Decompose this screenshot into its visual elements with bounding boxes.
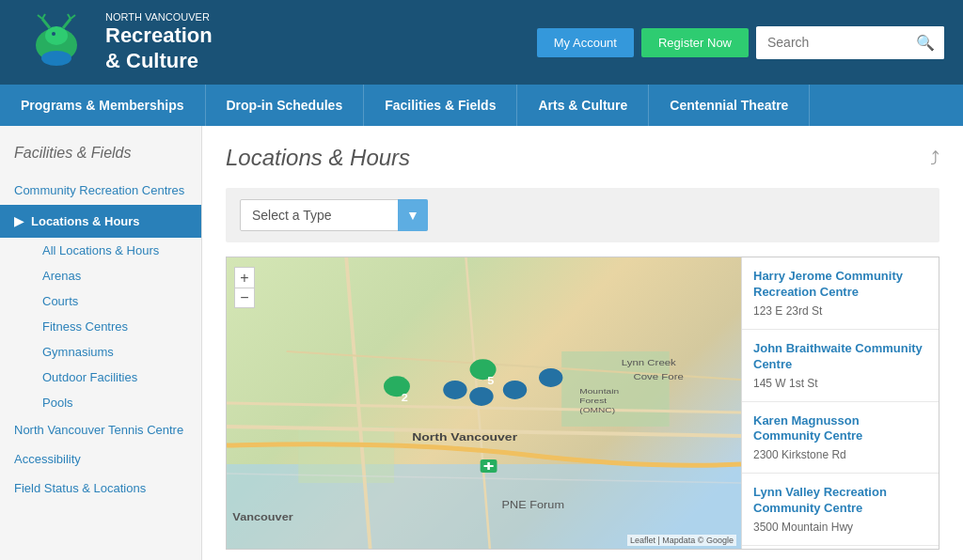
svg-point-2 [45,26,68,45]
logo-text: NORTH VANCOUVER Recreation & Culture [105,11,213,73]
svg-text:5: 5 [487,376,495,385]
location-name: Lynn Valley Recreation Community Centre [753,485,927,517]
map-background: Lynn Creek Mountain Forest (OMNC) Cove F… [227,257,741,549]
search-box: 🔍 [756,26,944,59]
sidebar-item-fitness[interactable]: Fitness Centres [28,314,201,339]
sidebar-item-all-locations[interactable]: All Locations & Hours [28,238,201,263]
svg-text:North Vancouver: North Vancouver [412,431,517,443]
map-attribution: Leaflet | Mapdata © Google [627,535,736,546]
location-address: 123 E 23rd St [753,304,927,318]
header-right: My Account Register Now 🔍 [537,26,944,59]
map-area[interactable]: Lynn Creek Mountain Forest (OMNC) Cove F… [227,257,741,549]
svg-text:(OMNC): (OMNC) [579,406,615,414]
header: NORTH VANCOUVER Recreation & Culture My … [0,0,963,85]
search-button[interactable]: 🔍 [907,26,944,59]
type-filter-select[interactable]: Select a Type Arenas Courts Fitness Cent… [240,199,428,231]
share-icon[interactable]: ⤴ [930,148,939,169]
map-roads: Lynn Creek Mountain Forest (OMNC) Cove F… [227,257,741,549]
svg-text:Vancouver: Vancouver [232,512,293,521]
list-item[interactable]: Harry Jerome Community Recreation Centre… [742,257,939,330]
search-input[interactable] [756,27,907,57]
content: Facilities & Fields Community Recreation… [0,126,963,560]
list-item[interactable]: Lynn Valley Recreation Community Centre … [742,474,939,546]
map-controls: + − [234,267,255,308]
sidebar-item-courts[interactable]: Courts [28,288,201,314]
logo-icon [19,9,94,75]
nav-drop-in[interactable]: Drop-in Schedules [206,85,365,126]
zoom-in-button[interactable]: + [234,267,255,288]
svg-text:Mountain: Mountain [579,387,619,396]
location-address: 2300 Kirkstone Rd [753,448,927,461]
svg-text:Forest: Forest [579,397,607,405]
arrow-icon: ▶ [14,214,24,228]
zoom-out-button[interactable]: − [234,288,255,308]
list-item[interactable]: Karen Magnusson Community Centre 2300 Ki… [742,402,939,474]
sidebar-item-field-status[interactable]: Field Status & Locations [0,474,201,503]
sidebar-item-community[interactable]: Community Recreation Centres [0,176,201,205]
location-name: John Braithwaite Community Centre [753,341,927,373]
list-item[interactable]: John Braithwaite Community Centre 145 W … [742,330,939,402]
page-title: Locations & Hours [226,145,410,171]
sidebar-item-locations[interactable]: ▶ Locations & Hours [0,205,201,238]
sidebar-item-outdoor[interactable]: Outdoor Facilities [28,365,201,390]
svg-text:2: 2 [402,393,408,402]
page-header: Locations & Hours ⤴ [226,145,939,171]
nav-programs[interactable]: Programs & Memberships [0,85,206,126]
sidebar-title: Facilities & Fields [0,145,201,176]
sidebar-item-pools[interactable]: Pools [28,390,201,415]
location-address: 145 W 1st St [753,377,927,390]
location-name: Karen Magnusson Community Centre [753,413,927,445]
svg-point-10 [41,51,71,66]
nav-theatre[interactable]: Centennial Theatre [649,85,810,126]
sidebar-item-gymnasiums[interactable]: Gymnasiums [28,339,201,365]
svg-rect-32 [484,465,494,467]
svg-text:Lynn Creek: Lynn Creek [622,358,677,367]
svg-text:Cove Fore: Cove Fore [634,372,685,381]
sidebar-item-tennis[interactable]: North Vancouver Tennis Centre [0,415,201,444]
filter-bar: Select a Type Arenas Courts Fitness Cent… [226,188,939,242]
location-list: Harry Jerome Community Recreation Centre… [741,257,939,549]
logo-area: NORTH VANCOUVER Recreation & Culture [19,9,213,75]
main-content: Locations & Hours ⤴ Select a Type Arenas… [202,126,963,560]
main-nav: Programs & Memberships Drop-in Schedules… [0,85,963,126]
register-button[interactable]: Register Now [641,28,749,57]
my-account-button[interactable]: My Account [537,28,634,57]
sidebar-item-accessibility[interactable]: Accessibility [0,444,201,474]
sidebar-sub-menu: All Locations & Hours Arenas Courts Fitn… [0,238,201,415]
map-list-container: Lynn Creek Mountain Forest (OMNC) Cove F… [226,257,939,550]
svg-text:PNE Forum: PNE Forum [502,500,564,509]
sidebar: Facilities & Fields Community Recreation… [0,126,202,560]
location-name: Harry Jerome Community Recreation Centre [753,269,927,301]
svg-point-9 [52,32,55,36]
filter-select-wrap: Select a Type Arenas Courts Fitness Cent… [240,199,428,231]
location-address: 3500 Mountain Hwy [753,521,927,534]
nav-arts[interactable]: Arts & Culture [517,85,649,126]
sidebar-item-arenas[interactable]: Arenas [28,263,201,288]
nav-facilities[interactable]: Facilities & Fields [364,85,517,126]
